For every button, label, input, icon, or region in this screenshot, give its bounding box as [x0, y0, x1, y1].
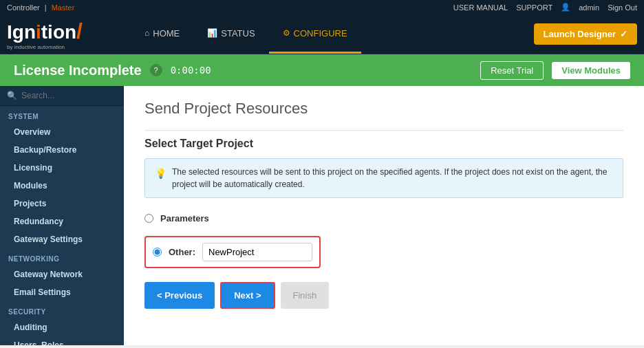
- admin-label: admin: [579, 3, 599, 12]
- search-input[interactable]: [21, 91, 117, 100]
- launch-checkmark-icon: ✓: [620, 29, 627, 39]
- mode-label: Master: [52, 3, 75, 12]
- finish-button[interactable]: Finish: [281, 282, 330, 309]
- sidebar-item-overview[interactable]: Overview: [0, 123, 124, 141]
- support-link[interactable]: SUPPORT: [516, 3, 552, 12]
- license-title: License Incomplete: [14, 63, 142, 78]
- sidebar: 🔍 SYSTEM Overview Backup/Restore Licensi…: [0, 86, 124, 345]
- radio-parameters-row: Parameters: [144, 209, 623, 228]
- sidebar-item-gateway-settings[interactable]: Gateway Settings: [0, 230, 124, 248]
- sidebar-section-networking: NETWORKING: [0, 248, 124, 265]
- license-help-icon[interactable]: ?: [150, 64, 162, 76]
- page-title: Send Project Resources: [144, 100, 623, 118]
- divider-1: [144, 130, 623, 131]
- view-modules-button[interactable]: View Modules: [552, 62, 630, 79]
- section-title: Select Target Project: [144, 138, 623, 150]
- info-text: The selected resources will be sent to t…: [172, 166, 613, 191]
- reset-trial-button[interactable]: Reset Trial: [480, 61, 544, 80]
- app-label: Controller: [7, 3, 40, 12]
- next-button[interactable]: Next >: [220, 282, 275, 309]
- sidebar-item-licensing[interactable]: Licensing: [0, 159, 124, 177]
- sidebar-item-email-settings[interactable]: Email Settings: [0, 283, 124, 301]
- sign-out-link[interactable]: Sign Out: [608, 3, 637, 12]
- header: Ignition/ by inductive automation ⌂ HOME…: [0, 14, 644, 54]
- configure-icon: ⚙: [283, 28, 290, 38]
- sidebar-item-gateway-network[interactable]: Gateway Network: [0, 265, 124, 283]
- home-icon: ⌂: [144, 28, 149, 38]
- nav-status[interactable]: 📊 STATUS: [193, 14, 268, 54]
- sidebar-item-redundancy[interactable]: Redundancy: [0, 213, 124, 230]
- sidebar-item-users-roles[interactable]: Users, Roles: [0, 336, 124, 345]
- status-icon: 📊: [207, 28, 217, 38]
- radio-parameters[interactable]: [144, 214, 153, 223]
- previous-button[interactable]: < Previous: [144, 282, 215, 309]
- search-bar: 🔍: [0, 86, 124, 106]
- license-banner: License Incomplete ? 0:00:00 Reset Trial…: [0, 54, 644, 86]
- radio-other-row: Other:: [144, 236, 321, 268]
- info-box: 💡 The selected resources will be sent to…: [144, 158, 623, 198]
- sidebar-item-backup-restore[interactable]: Backup/Restore: [0, 141, 124, 159]
- user-manual-link[interactable]: USER MANUAL: [453, 3, 508, 12]
- main-layout: 🔍 SYSTEM Overview Backup/Restore Licensi…: [0, 86, 644, 345]
- radio-other[interactable]: [153, 248, 162, 257]
- top-bar-left: Controller | Master: [7, 3, 74, 12]
- nav-area: ⌂ HOME 📊 STATUS ⚙ CONFIGURE: [131, 14, 524, 54]
- separator: |: [45, 3, 47, 12]
- radio-parameters-label: Parameters: [160, 213, 209, 224]
- sidebar-item-modules[interactable]: Modules: [0, 177, 124, 195]
- top-bar-right: USER MANUAL SUPPORT 👤 admin Sign Out: [453, 3, 637, 12]
- info-icon: 💡: [155, 166, 167, 181]
- logo-area: Ignition/ by inductive automation: [7, 19, 131, 50]
- search-icon: 🔍: [7, 91, 17, 100]
- sidebar-section-security: SECURITY: [0, 301, 124, 318]
- other-project-input[interactable]: [202, 243, 312, 261]
- logo: Ignition/ by inductive automation: [7, 19, 83, 50]
- content-area: Send Project Resources Select Target Pro…: [124, 86, 644, 345]
- launch-designer-button[interactable]: Launch Designer ✓: [534, 23, 637, 45]
- admin-icon: 👤: [561, 3, 570, 12]
- sidebar-item-projects[interactable]: Projects: [0, 195, 124, 213]
- radio-other-label: Other:: [169, 247, 195, 257]
- top-bar: Controller | Master USER MANUAL SUPPORT …: [0, 0, 644, 14]
- license-timer: 0:00:00: [171, 65, 211, 76]
- sidebar-section-system: SYSTEM: [0, 106, 124, 123]
- logo-sub: by inductive automation: [7, 44, 83, 50]
- nav-configure[interactable]: ⚙ CONFIGURE: [269, 14, 361, 54]
- sidebar-item-auditing[interactable]: Auditing: [0, 318, 124, 336]
- nav-home[interactable]: ⌂ HOME: [131, 14, 193, 54]
- button-row: < Previous Next > Finish: [144, 282, 623, 309]
